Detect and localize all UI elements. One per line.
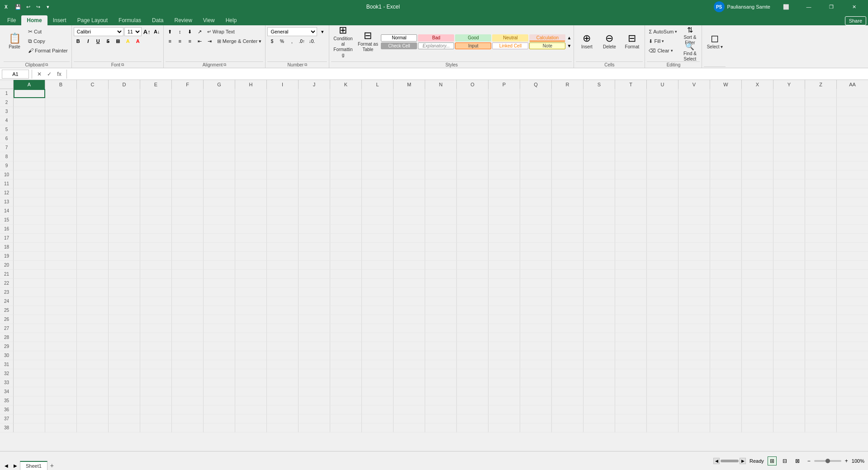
- cell-N27[interactable]: [425, 324, 457, 333]
- cell-O9[interactable]: [457, 161, 489, 170]
- cell-L38[interactable]: [362, 423, 394, 432]
- cell-I16[interactable]: [267, 225, 299, 234]
- cell-T6[interactable]: [615, 134, 647, 143]
- cell-G7[interactable]: [204, 143, 235, 152]
- cell-Z26[interactable]: [805, 315, 837, 324]
- cell-H28[interactable]: [235, 333, 267, 342]
- cell-Z17[interactable]: [805, 234, 837, 243]
- cell-X37[interactable]: [742, 414, 773, 423]
- cell-X5[interactable]: [742, 125, 773, 134]
- row-num-31[interactable]: 31: [0, 360, 14, 369]
- cell-H35[interactable]: [235, 396, 267, 405]
- cell-V22[interactable]: [678, 279, 710, 288]
- cell-R23[interactable]: [552, 288, 583, 297]
- cell-D9[interactable]: [109, 161, 140, 170]
- cell-Y24[interactable]: [773, 297, 805, 306]
- cell-P9[interactable]: [489, 161, 520, 170]
- cell-I21[interactable]: [267, 270, 299, 279]
- cell-C12[interactable]: [77, 188, 109, 197]
- cell-I1[interactable]: [267, 89, 299, 98]
- cell-T27[interactable]: [615, 324, 647, 333]
- cell-T31[interactable]: [615, 360, 647, 369]
- cell-L13[interactable]: [362, 197, 394, 207]
- cell-L24[interactable]: [362, 297, 394, 306]
- cell-S1[interactable]: [583, 89, 615, 98]
- cell-P16[interactable]: [489, 225, 520, 234]
- cell-T21[interactable]: [615, 270, 647, 279]
- cell-R30[interactable]: [552, 351, 583, 360]
- cell-V36[interactable]: [678, 405, 710, 414]
- cell-T24[interactable]: [615, 297, 647, 306]
- row-num-1[interactable]: 1: [0, 89, 14, 98]
- cell-AA12[interactable]: [837, 188, 868, 197]
- cell-K11[interactable]: [330, 179, 362, 188]
- cell-V35[interactable]: [678, 396, 710, 405]
- cell-D7[interactable]: [109, 143, 140, 152]
- cell-Y2[interactable]: [773, 98, 805, 107]
- format-cells-button[interactable]: ⊟ Format: [621, 27, 643, 56]
- cell-E25[interactable]: [140, 306, 172, 315]
- cell-X20[interactable]: [742, 261, 773, 270]
- cell-J15[interactable]: [299, 216, 330, 225]
- cell-R9[interactable]: [552, 161, 583, 170]
- cell-J25[interactable]: [299, 306, 330, 315]
- cell-G16[interactable]: [204, 225, 235, 234]
- cell-T18[interactable]: [615, 243, 647, 252]
- cell-J9[interactable]: [299, 161, 330, 170]
- row-num-23[interactable]: 23: [0, 288, 14, 297]
- cell-E27[interactable]: [140, 324, 172, 333]
- cell-I31[interactable]: [267, 360, 299, 369]
- cell-K12[interactable]: [330, 188, 362, 197]
- cell-T35[interactable]: [615, 396, 647, 405]
- cell-I37[interactable]: [267, 414, 299, 423]
- col-header-A[interactable]: A: [14, 80, 45, 89]
- cell-W27[interactable]: [710, 324, 742, 333]
- col-header-Z[interactable]: Z: [805, 80, 837, 89]
- cell-Z19[interactable]: [805, 252, 837, 261]
- cell-E35[interactable]: [140, 396, 172, 405]
- cell-G31[interactable]: [204, 360, 235, 369]
- tab-page-layout[interactable]: Page Layout: [72, 15, 113, 25]
- cell-R16[interactable]: [552, 225, 583, 234]
- cell-H4[interactable]: [235, 116, 267, 125]
- cell-Z18[interactable]: [805, 243, 837, 252]
- cell-G14[interactable]: [204, 207, 235, 216]
- cell-O8[interactable]: [457, 152, 489, 161]
- cell-W13[interactable]: [710, 197, 742, 207]
- cell-B22[interactable]: [45, 279, 77, 288]
- cell-M32[interactable]: [394, 369, 425, 378]
- cell-J19[interactable]: [299, 252, 330, 261]
- row-num-9[interactable]: 9: [0, 161, 14, 170]
- cell-C24[interactable]: [77, 297, 109, 306]
- cell-L9[interactable]: [362, 161, 394, 170]
- cell-I8[interactable]: [267, 152, 299, 161]
- cell-J36[interactable]: [299, 405, 330, 414]
- cell-W32[interactable]: [710, 369, 742, 378]
- cell-J29[interactable]: [299, 342, 330, 351]
- cell-E6[interactable]: [140, 134, 172, 143]
- cell-K5[interactable]: [330, 125, 362, 134]
- cell-W3[interactable]: [710, 107, 742, 116]
- cell-Y11[interactable]: [773, 179, 805, 188]
- cell-T13[interactable]: [615, 197, 647, 207]
- cell-W16[interactable]: [710, 225, 742, 234]
- cell-N36[interactable]: [425, 405, 457, 414]
- cell-S17[interactable]: [583, 234, 615, 243]
- cell-S38[interactable]: [583, 423, 615, 432]
- cell-F29[interactable]: [172, 342, 204, 351]
- cell-Q10[interactable]: [520, 170, 552, 179]
- cell-N26[interactable]: [425, 315, 457, 324]
- cell-Z16[interactable]: [805, 225, 837, 234]
- cell-R29[interactable]: [552, 342, 583, 351]
- save-quick-btn[interactable]: 💾: [14, 2, 23, 11]
- cell-Q36[interactable]: [520, 405, 552, 414]
- cell-L33[interactable]: [362, 378, 394, 387]
- cell-AA35[interactable]: [837, 396, 868, 405]
- cell-V25[interactable]: [678, 306, 710, 315]
- cell-N31[interactable]: [425, 360, 457, 369]
- cell-W36[interactable]: [710, 405, 742, 414]
- cell-U25[interactable]: [647, 306, 678, 315]
- cell-AA14[interactable]: [837, 207, 868, 216]
- cell-M8[interactable]: [394, 152, 425, 161]
- cell-S37[interactable]: [583, 414, 615, 423]
